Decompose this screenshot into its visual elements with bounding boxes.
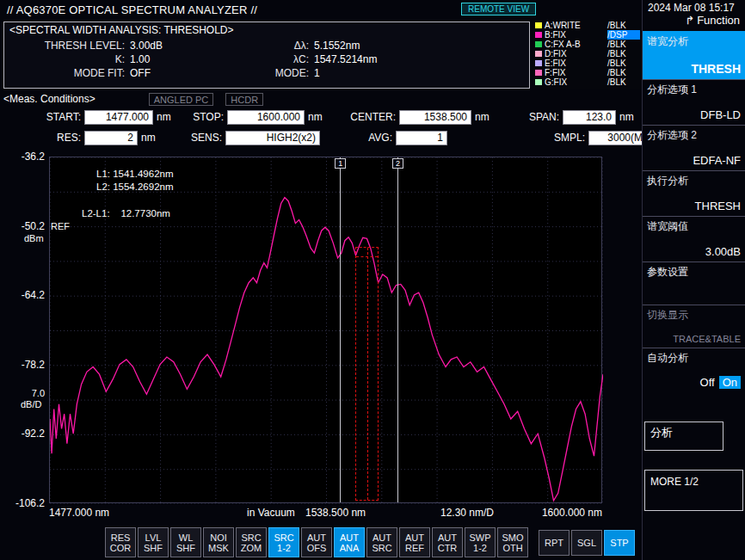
toolbar-lvl-shf-button[interactable]: LVL SHF — [138, 527, 169, 557]
thresh-level-label: THRESH LEVEL: — [9, 39, 130, 52]
lambda-c-value: 1547.5214nm — [314, 52, 443, 66]
toolbar-src-zom-button[interactable]: SRC ZOM — [236, 527, 267, 557]
trace-d-color-swatch — [535, 51, 542, 57]
toolbar-src-1-2-button[interactable]: SRC 1-2 — [268, 527, 299, 557]
toolbar-label: WL — [179, 532, 194, 543]
k-value: 1.00 — [130, 52, 266, 66]
trace-e-name: E:FIX — [545, 58, 607, 68]
softkey-label: 谱宽分析 — [647, 34, 741, 49]
function-header-label: Function — [697, 14, 740, 27]
legend-row-c[interactable]: C:FX A-B /BLK — [535, 40, 640, 49]
angled-pc-badge: ANGLED PC — [149, 93, 214, 106]
trace-g-color-swatch — [535, 79, 542, 85]
repeat-sweep-button[interactable]: RPT — [539, 530, 570, 556]
sens-input[interactable]: HIGH2(x2) — [225, 131, 320, 145]
toolbar-swp-1-2-button[interactable]: SWP 1-2 — [465, 527, 496, 557]
toolbar-label: NOI — [210, 532, 227, 543]
toolbar-label: OTH — [502, 543, 522, 553]
trace-c-color-swatch — [535, 41, 542, 47]
toolbar-label: COR — [110, 543, 131, 553]
toolbar-label: AUT — [340, 532, 359, 543]
trace-f-name: F:FIX — [545, 68, 607, 77]
threshold-search-region — [355, 247, 379, 501]
softkey-switch-display[interactable]: 切换显示 TRACE&TABLE — [643, 305, 745, 348]
wavelength-marker-2[interactable]: 2 — [397, 157, 398, 502]
stop-sweep-button[interactable]: STP — [604, 530, 635, 556]
softkey-execute-analysis[interactable]: 执行分析 THRESH — [643, 170, 745, 216]
softkey-spectral-width-thresh[interactable]: 谱宽分析 THRESH — [643, 31, 745, 79]
toolbar-label: AUT — [307, 532, 326, 543]
legend-row-b[interactable]: B:FIX /DSP — [535, 30, 640, 40]
toolbar-wl-shf-button[interactable]: WL SHF — [170, 527, 201, 557]
softkey-parameter-setup[interactable]: 参数设置 — [643, 262, 745, 305]
softkey-threshold-level[interactable]: 谱宽阈值 3.00dB — [643, 216, 745, 262]
toolbar-aut-ana-button[interactable]: AUT ANA — [334, 527, 365, 557]
mode-value: 1 — [314, 66, 443, 80]
toolbar-label: SRC — [241, 532, 261, 543]
avg-input[interactable]: 1 — [396, 131, 447, 145]
toolbar-res-cor-button[interactable]: RES COR — [105, 527, 136, 557]
smpl-label: SMPL: — [539, 132, 588, 144]
trace-d-status: /BLK — [607, 49, 640, 58]
window-title: // AQ6370E OPTICAL SPECTRUM ANALYZER // — [7, 3, 257, 16]
softkey-value: TRACE&TABLE — [673, 334, 741, 344]
softkey-label: 分析选项 1 — [647, 83, 741, 97]
softkey-label: 执行分析 — [647, 174, 741, 188]
toolbar-label: ZOM — [241, 543, 262, 553]
trace-a-status: /BLK — [607, 21, 640, 30]
toolbar-label: SHF — [176, 543, 195, 553]
remote-view-badge: REMOTE VIEW — [461, 3, 536, 15]
softkey-value: THRESH — [695, 200, 741, 212]
mode-fit-value: OFF — [130, 66, 266, 80]
legend-row-a[interactable]: A:WRITE /BLK — [535, 21, 640, 30]
toolbar-label: SHF — [144, 543, 163, 553]
toolbar-label: OFS — [307, 543, 327, 553]
toolbar-smo-oth-button[interactable]: SMO OTH — [497, 527, 528, 557]
single-sweep-button[interactable]: SGL — [571, 530, 602, 556]
trace-a-name: A:WRITE — [545, 21, 607, 30]
x-axis-stop-label: 1600.000 nm — [535, 507, 602, 519]
res-input[interactable]: 2 — [84, 131, 138, 145]
toolbar-aut-ctr-button[interactable]: AUT CTR — [432, 527, 463, 557]
softkey-auto-analysis-toggle[interactable]: 自动分析 OffOn — [643, 348, 745, 392]
x-axis-center-label: 1538.500 nm — [305, 507, 366, 519]
toolbar-aut-src-button[interactable]: AUT SRC — [366, 527, 397, 557]
start-input[interactable]: 1477.000 — [84, 110, 153, 125]
softkey-analysis-option-2[interactable]: 分析选项 2 EDFA-NF — [643, 125, 745, 170]
toolbar-label: SRC — [274, 532, 293, 543]
trace-b-color-swatch — [535, 32, 542, 38]
stop-input[interactable]: 1600.000 — [227, 110, 305, 125]
analysis-tab[interactable]: 分析 — [644, 422, 723, 451]
trace-d-name: D:FIX — [545, 49, 607, 58]
scale-per-div-unit: dB/D — [21, 399, 41, 409]
legend-row-f[interactable]: F:FIX /BLK — [535, 68, 640, 77]
trace-e-status: /BLK — [607, 58, 640, 68]
trace-legend: A:WRITE /BLK B:FIX /DSP C:FX A-B /BLK D:… — [533, 20, 642, 89]
wavelength-marker-1[interactable]: 1 — [340, 157, 341, 502]
start-label: START: — [3, 111, 84, 123]
toolbar-label: CTR — [438, 543, 458, 553]
more-pages-button[interactable]: MORE 1/2 — [644, 470, 743, 511]
trace-c-status: /BLK — [607, 40, 640, 49]
span-input[interactable]: 123.0 — [563, 110, 616, 125]
toolbar-aut-ref-button[interactable]: AUT REF — [399, 527, 430, 557]
softkey-analysis-option-1[interactable]: 分析选项 1 DFB-LD — [643, 79, 745, 125]
spectrum-trace-b — [50, 198, 603, 501]
toolbar-aut-ofs-button[interactable]: AUT OFS — [301, 527, 332, 557]
legend-row-e[interactable]: E:FIX /BLK — [535, 58, 640, 68]
k-label: K: — [9, 52, 130, 66]
marker-1-flag: 1 — [335, 158, 346, 169]
stop-label: STOP: — [174, 111, 227, 123]
legend-row-g[interactable]: G:FIX /BLK — [535, 77, 640, 87]
softkey-label: 自动分析 — [647, 351, 741, 366]
toolbar-noi-msk-button[interactable]: NOI MSK — [203, 527, 234, 557]
toolbar-label: SMO — [502, 532, 523, 543]
softkey-label: 分析选项 2 — [647, 128, 741, 143]
y-axis-label-3: -78.2 — [3, 359, 45, 371]
center-input[interactable]: 1538.500 — [399, 110, 471, 125]
legend-row-d[interactable]: D:FIX /BLK — [535, 49, 640, 58]
stop-unit: nm — [305, 111, 325, 123]
softkey-toggle-value: OffOn — [700, 376, 741, 389]
osa-screen: // AQ6370E OPTICAL SPECTRUM ANALYZER // … — [0, 0, 745, 560]
function-panel: 2024 Mar 08 15:17 ↱Function 谱宽分析 THRESH … — [642, 0, 745, 560]
